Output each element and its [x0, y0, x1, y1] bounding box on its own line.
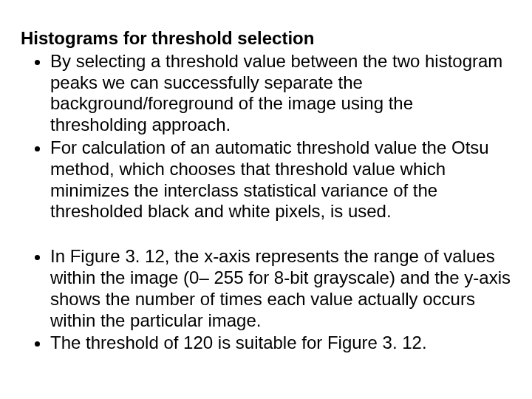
slide: Histograms for threshold selection By se… — [0, 0, 532, 399]
list-item: By selecting a threshold value between t… — [50, 51, 511, 136]
list-item: The threshold of 120 is suitable for Fig… — [50, 332, 511, 354]
bullet-list-bottom: In Figure 3. 12, the x-axis represents t… — [21, 246, 511, 354]
slide-heading: Histograms for threshold selection — [21, 28, 511, 50]
list-item: In Figure 3. 12, the x-axis represents t… — [50, 246, 511, 331]
bullet-list-top: By selecting a threshold value between t… — [21, 51, 511, 222]
list-item: For calculation of an automatic threshol… — [50, 137, 511, 222]
spacer — [21, 224, 511, 246]
